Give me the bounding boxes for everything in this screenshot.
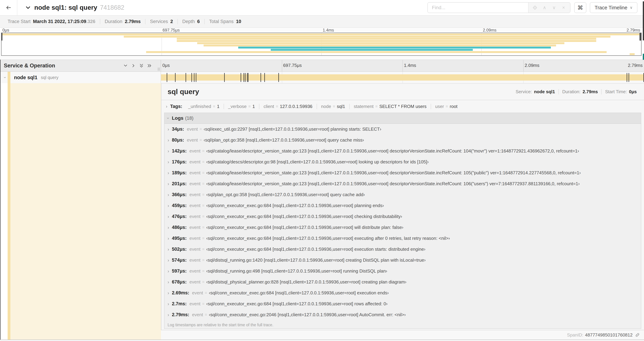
back-button[interactable] — [0, 0, 17, 15]
log-row[interactable]: › 2.69ms: event = ‹sql/conn_executor_exe… — [164, 287, 641, 298]
log-chevron-icon[interactable]: › — [168, 192, 169, 197]
span-row-name-column[interactable]: › node sql1 sql query — [0, 72, 161, 83]
collapse-all-icon[interactable] — [138, 62, 146, 70]
log-chevron-icon[interactable]: › — [168, 149, 169, 153]
log-equals: = — [202, 203, 204, 208]
log-marker-tick[interactable] — [628, 73, 629, 82]
log-row[interactable]: › 574μs: event = ‹sql/distsql_running.go… — [164, 255, 641, 266]
log-chevron-icon[interactable]: › — [168, 280, 169, 284]
log-marker-tick[interactable] — [175, 73, 176, 82]
trace-view-dropdown[interactable]: Trace Timeline ∨ — [590, 2, 638, 13]
tag-item: user = root — [431, 104, 462, 109]
log-marker-tick[interactable] — [167, 73, 167, 82]
log-chevron-icon[interactable]: › — [168, 291, 169, 295]
log-marker-tick[interactable] — [248, 73, 248, 82]
log-row[interactable]: › 80μs: event = ‹sql/plan_opt.go:358 [ns… — [164, 135, 641, 146]
log-equals: = — [200, 138, 202, 142]
expand-one-icon[interactable] — [130, 62, 138, 70]
span-meta-value: node sql1 — [534, 89, 555, 94]
log-marker-tick[interactable] — [278, 73, 279, 82]
log-marker-tick[interactable] — [244, 73, 244, 82]
log-chevron-icon[interactable]: › — [168, 182, 169, 186]
minimap-span-row — [2, 40, 641, 42]
collapse-one-icon[interactable] — [122, 62, 130, 70]
span-row[interactable]: › node sql1 sql query — [0, 72, 644, 83]
trace-minimap[interactable] — [1, 33, 642, 56]
minimap-right-scrubber-handle[interactable] — [640, 33, 642, 41]
span-duration-bar[interactable] — [161, 74, 644, 81]
minimap-left-scrubber-handle[interactable] — [2, 33, 2, 41]
tag-item: node = sql1 — [317, 104, 349, 109]
trace-info-label: Services — [150, 19, 168, 24]
log-chevron-icon[interactable]: › — [168, 236, 169, 241]
log-chevron-icon[interactable]: › — [168, 258, 169, 262]
log-marker-tick[interactable] — [247, 73, 248, 82]
logs-header[interactable]: › Logs (18) — [164, 113, 641, 124]
log-marker-tick[interactable] — [194, 73, 194, 82]
tags-chevron-icon[interactable]: › — [166, 104, 168, 109]
log-marker-tick[interactable] — [186, 73, 186, 82]
log-chevron-icon[interactable]: › — [168, 214, 169, 219]
log-chevron-icon[interactable]: › — [168, 312, 169, 317]
log-row[interactable]: › 476μs: event = ‹sql/conn_executor_exec… — [164, 211, 641, 222]
span-meta-label: Duration: — [562, 89, 581, 94]
top-bar-controls: ∧ ∨ × ⌘ Trace Timeline ∨ — [428, 2, 638, 13]
tag-equals: = — [446, 104, 448, 109]
find-clear-button[interactable]: × — [559, 3, 568, 13]
log-row[interactable]: › 459μs: event = ‹sql/conn_executor_exec… — [164, 200, 641, 211]
log-row[interactable]: › 366μs: event = ‹sql/plan_opt.go:358 [n… — [164, 189, 641, 200]
log-chevron-icon[interactable]: › — [168, 203, 169, 208]
span-meta-item: Service: node sql1 — [512, 89, 558, 94]
tags-label: Tags: — [170, 104, 182, 109]
log-row[interactable]: › 678μs: event = ‹sql/distsql_physical_p… — [164, 276, 641, 287]
logs-chevron-icon[interactable]: › — [166, 118, 170, 119]
log-chevron-icon[interactable]: › — [168, 138, 169, 142]
log-row[interactable]: › 142μs: event = ‹sql/catalog/lease/desc… — [164, 146, 641, 156]
scrollbar[interactable] — [643, 0, 644, 341]
log-row[interactable]: › 176μs: event = ‹sql/catalog/descs/desc… — [164, 156, 641, 167]
log-chevron-icon[interactable]: › — [168, 269, 169, 273]
expand-all-icon[interactable] — [146, 62, 154, 70]
minimap-span-bar — [124, 36, 610, 38]
log-marker-tick[interactable] — [192, 73, 192, 82]
log-chevron-icon[interactable]: › — [168, 302, 169, 306]
log-marker-tick[interactable] — [241, 73, 241, 82]
log-row[interactable]: › 201μs: event = ‹sql/catalog/lease/desc… — [164, 178, 641, 189]
log-marker-tick[interactable] — [245, 73, 246, 82]
log-chevron-icon[interactable]: › — [168, 247, 169, 252]
log-row[interactable]: › 502μs: event = ‹sql/conn_executor_exec… — [164, 244, 641, 255]
log-row[interactable]: › 495μs: event = ‹sql/conn_executor_exec… — [164, 233, 641, 244]
log-row[interactable]: › 34μs: event = ‹sql/exec_util.go:2297 [… — [164, 124, 641, 135]
find-input[interactable] — [428, 3, 528, 13]
log-marker-tick[interactable] — [196, 73, 196, 82]
log-marker-tick[interactable] — [224, 73, 225, 82]
timeline-ruler-tick: 2.09ms — [523, 63, 540, 68]
trace-info-item: Trace Start March 31 2022, 17:25:09 .326 — [3, 19, 100, 24]
span-collapse-chevron-icon[interactable]: › — [3, 77, 8, 78]
log-row[interactable]: › 189μs: event = ‹sql/catalog/lease/desc… — [164, 167, 641, 178]
log-marker-tick[interactable] — [627, 73, 627, 82]
find-next-button[interactable]: ∨ — [549, 3, 559, 13]
log-row[interactable]: › 2.7ms: event = ‹sql/conn_executor_exec… — [164, 298, 641, 309]
log-chevron-icon[interactable]: › — [168, 171, 169, 175]
log-marker-tick[interactable] — [260, 73, 261, 82]
keyboard-shortcuts-button[interactable]: ⌘ — [574, 2, 586, 13]
column-resizer-grip[interactable] — [157, 68, 160, 71]
link-icon[interactable] — [635, 332, 640, 337]
trace-view-label: Trace Timeline — [595, 5, 628, 11]
trace-collapse-chevron-icon[interactable] — [25, 5, 31, 11]
focus-match-button[interactable] — [530, 3, 540, 13]
log-marker-tick[interactable] — [264, 73, 265, 82]
tags-row[interactable]: › Tags: _unfinished = 1 _verbose = 1 — [161, 100, 644, 113]
log-chevron-icon[interactable]: › — [168, 225, 169, 230]
scrollbar-thumb[interactable] — [643, 2, 644, 40]
log-row[interactable]: › 597μs: event = ‹sql/distsql_running.go… — [164, 266, 641, 276]
log-chevron-icon[interactable]: › — [168, 160, 169, 164]
log-chevron-icon[interactable]: › — [168, 127, 169, 132]
log-row[interactable]: › 486μs: event = ‹sql/conn_executor_exec… — [164, 222, 641, 233]
trace-info-value: 10 — [236, 19, 241, 24]
find-prev-button[interactable]: ∧ — [540, 3, 549, 13]
log-row[interactable]: › 2.79ms: event = ‹sql/conn_executor_exe… — [164, 309, 641, 320]
span-row-timeline[interactable] — [161, 72, 644, 83]
trace-info-label: Total Spans — [209, 19, 234, 24]
